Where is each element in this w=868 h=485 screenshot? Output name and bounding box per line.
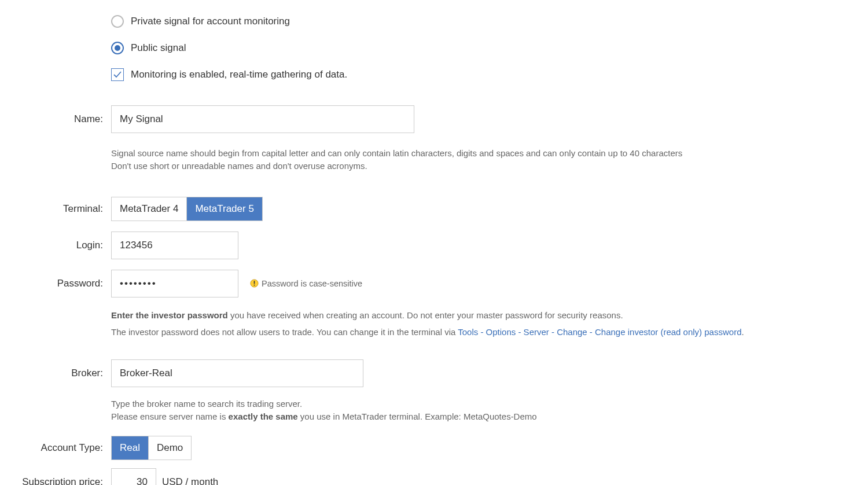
password-input[interactable] [111,270,238,297]
subscription-price-label: Subscription price: [0,468,111,486]
account-type-label: Account Type: [0,436,111,460]
public-signal-radio[interactable] [111,42,124,54]
password-help-2: The investor password does not allow use… [111,326,744,339]
name-label: Name: [0,105,111,133]
change-investor-password-link[interactable]: Tools - Options - Server - Change - Chan… [458,327,741,337]
svg-rect-2 [254,285,255,286]
broker-help: Type the broker name to search its tradi… [111,398,537,423]
private-signal-radio[interactable] [111,15,124,28]
broker-input[interactable] [111,359,363,387]
subscription-price-input[interactable] [111,468,156,486]
monitoring-label: Monitoring is enabled, real-time gatheri… [131,69,347,80]
password-help-1: Enter the investor password you have rec… [111,309,623,322]
private-signal-label: Private signal for account monitoring [131,16,290,27]
svg-rect-1 [254,281,255,284]
login-label: Login: [0,232,111,259]
password-label: Password: [0,270,111,297]
terminal-label: Terminal: [0,197,111,221]
name-input[interactable] [111,105,414,133]
name-help: Signal source name should begin from cap… [111,147,682,172]
public-signal-label: Public signal [131,42,186,54]
terminal-mt4-button[interactable]: MetaTrader 4 [112,197,186,221]
password-note: Password is case-sensitive [250,279,362,288]
subscription-price-suffix: USD / month [162,476,218,486]
warning-icon [250,279,259,288]
login-input[interactable] [111,232,238,259]
monitoring-checkbox[interactable] [111,68,124,81]
terminal-toggle: MetaTrader 4 MetaTrader 5 [111,197,263,221]
broker-label: Broker: [0,359,111,387]
account-type-real-button[interactable]: Real [112,436,148,460]
account-type-toggle: Real Demo [111,436,192,460]
account-type-demo-button[interactable]: Demo [148,436,191,460]
terminal-mt5-button[interactable]: MetaTrader 5 [186,197,262,221]
check-icon [113,70,122,79]
